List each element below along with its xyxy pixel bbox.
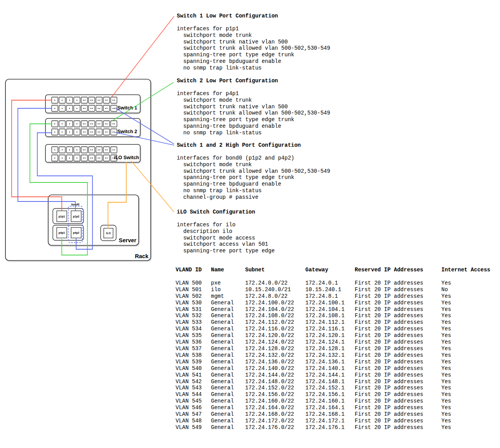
port-dot bbox=[98, 108, 99, 109]
table-cell: 172.24.112.1 bbox=[305, 319, 355, 326]
port-dot bbox=[83, 132, 84, 132]
table-cell: Yes bbox=[441, 411, 490, 418]
port-dot bbox=[113, 108, 113, 109]
switch-port bbox=[81, 97, 87, 103]
config-body: interfaces for p4p1 switchport mode trun… bbox=[177, 90, 355, 136]
table-cell: VLAN 543 bbox=[176, 385, 211, 391]
table-cell: VLAN 501 bbox=[176, 287, 211, 293]
port-dot bbox=[69, 132, 70, 132]
port-dot bbox=[114, 132, 115, 132]
port-dot bbox=[54, 158, 55, 158]
header-gateway: Gateway bbox=[305, 267, 355, 273]
switch-port bbox=[89, 105, 95, 111]
table-cell: Yes bbox=[441, 280, 490, 287]
port-dot bbox=[92, 100, 93, 101]
header-reserved-ips: Reserved IP Addresses bbox=[355, 267, 441, 273]
port-dot bbox=[77, 149, 77, 150]
port-dot bbox=[62, 123, 63, 124]
table-row: VLAN 543General172.24.152.0/22172.24.152… bbox=[176, 385, 490, 391]
network-rack-documentation-page: Rack Switch 1 Switch 2 iLO Switch bbox=[0, 0, 500, 448]
table-cell: General bbox=[211, 391, 245, 398]
table-cell: Yes bbox=[441, 352, 490, 359]
table-cell: 172.24.0.1 bbox=[305, 280, 355, 287]
table-cell: 172.24.128.1 bbox=[305, 346, 355, 352]
table-row: VLAN 530General172.24.100.0/22172.24.100… bbox=[176, 300, 490, 306]
table-cell: 172.24.120.1 bbox=[305, 332, 355, 339]
table-cell: pxe bbox=[211, 280, 245, 287]
table-row: VLAN 549General172.24.176.0/22172.24.176… bbox=[176, 424, 490, 431]
table-cell: mgmt bbox=[211, 293, 245, 300]
table-cell: First 20 IP addresses bbox=[355, 359, 441, 365]
port-dot bbox=[99, 100, 100, 101]
port-dot bbox=[54, 108, 55, 109]
table-row: VLAN 535General172.24.120.0/22172.24.120… bbox=[176, 332, 490, 339]
table-cell: VLAN 547 bbox=[176, 411, 211, 418]
port-dot bbox=[105, 132, 106, 132]
table-cell: VLAN 548 bbox=[176, 418, 211, 424]
table-cell: 172.24.168.0/22 bbox=[245, 411, 305, 418]
port-dot bbox=[85, 158, 85, 158]
table-row: VLAN 542General172.24.148.0/22172.24.148… bbox=[176, 379, 490, 385]
config-title: Switch 1 and 2 High Port Configuration bbox=[177, 142, 355, 149]
table-cell: 172.24.132.0/22 bbox=[245, 352, 305, 359]
port-dot bbox=[98, 149, 99, 150]
table-cell: 172.24.128.0/22 bbox=[245, 346, 305, 352]
table-cell: 172.24.148.0/22 bbox=[245, 379, 305, 385]
table-cell: 172.24.116.1 bbox=[305, 326, 355, 332]
table-cell: 172.24.136.1 bbox=[305, 359, 355, 365]
table-cell: 172.24.156.0/22 bbox=[245, 391, 305, 398]
table-cell: VLAN 537 bbox=[176, 346, 211, 352]
port-dot bbox=[107, 123, 108, 124]
table-cell: General bbox=[211, 319, 245, 326]
table-row: VLAN 531General172.24.104.0/22172.24.104… bbox=[176, 306, 490, 313]
port-dot bbox=[114, 123, 115, 124]
table-cell: 172.24.176.0/22 bbox=[245, 424, 305, 431]
table-cell: First 20 IP addresses bbox=[355, 293, 441, 300]
port-dot bbox=[92, 132, 93, 132]
port-dot bbox=[85, 100, 85, 101]
table-cell: General bbox=[211, 379, 245, 385]
port-dot bbox=[99, 108, 100, 109]
rack-diagram: Rack Switch 1 Switch 2 iLO Switch bbox=[0, 0, 194, 268]
table-cell: First 20 IP addresses bbox=[355, 306, 441, 313]
port-dot bbox=[92, 108, 93, 109]
port-dot bbox=[114, 149, 115, 150]
port-dot bbox=[91, 149, 91, 150]
table-cell: Yes bbox=[441, 359, 490, 365]
switch-port bbox=[103, 105, 110, 111]
switch-port bbox=[81, 155, 87, 161]
table-cell: General bbox=[211, 306, 245, 313]
port-p1p2-label: p1p2 bbox=[73, 215, 79, 218]
table-cell: 172.24.132.1 bbox=[305, 352, 355, 359]
table-cell: First 20 IP addresses bbox=[355, 411, 441, 418]
port-dot bbox=[107, 108, 108, 109]
port-dot bbox=[62, 108, 63, 109]
ilo-switch: iLO Switch bbox=[45, 144, 140, 162]
table-cell: 172.24.144.1 bbox=[305, 372, 355, 379]
vlan-table-header: VLAND ID Name Subnet Gateway Reserved IP… bbox=[176, 267, 490, 273]
table-cell: 172.24.160.1 bbox=[305, 398, 355, 405]
header-subnet: Subnet bbox=[245, 267, 305, 273]
table-cell: VLAN 541 bbox=[176, 372, 211, 379]
table-cell: Yes bbox=[441, 391, 490, 398]
ilo-switch-label: iLO Switch bbox=[114, 155, 139, 160]
header-name: Name bbox=[211, 267, 245, 273]
port-dot bbox=[98, 132, 99, 132]
table-cell: VLAN 531 bbox=[176, 306, 211, 313]
table-cell: 172.24.116.0/22 bbox=[245, 326, 305, 332]
table-cell: VLAN 534 bbox=[176, 326, 211, 332]
config-body: interfaces for bond0 (p1p2 and p4p2) swi… bbox=[177, 155, 355, 201]
port-p1p1-label: p1p1 bbox=[59, 215, 65, 218]
port-dot bbox=[62, 149, 63, 150]
config-block-high-port: Switch 1 and 2 High Port Configuration i… bbox=[177, 142, 355, 201]
port-dot bbox=[99, 149, 100, 150]
port-dot bbox=[62, 132, 63, 132]
table-cell: First 20 IP addresses bbox=[355, 313, 441, 319]
table-cell: General bbox=[211, 300, 245, 306]
table-cell: First 20 IP addresses bbox=[355, 339, 441, 346]
vlan-table-body: VLAN 500pxe172.24.0.0/22172.24.0.1First … bbox=[176, 280, 490, 431]
table-row: VLAN 548General172.24.172.0/22172.24.172… bbox=[176, 418, 490, 424]
switch-port bbox=[111, 121, 117, 127]
switch-port bbox=[103, 121, 110, 127]
port-dot bbox=[69, 158, 70, 158]
